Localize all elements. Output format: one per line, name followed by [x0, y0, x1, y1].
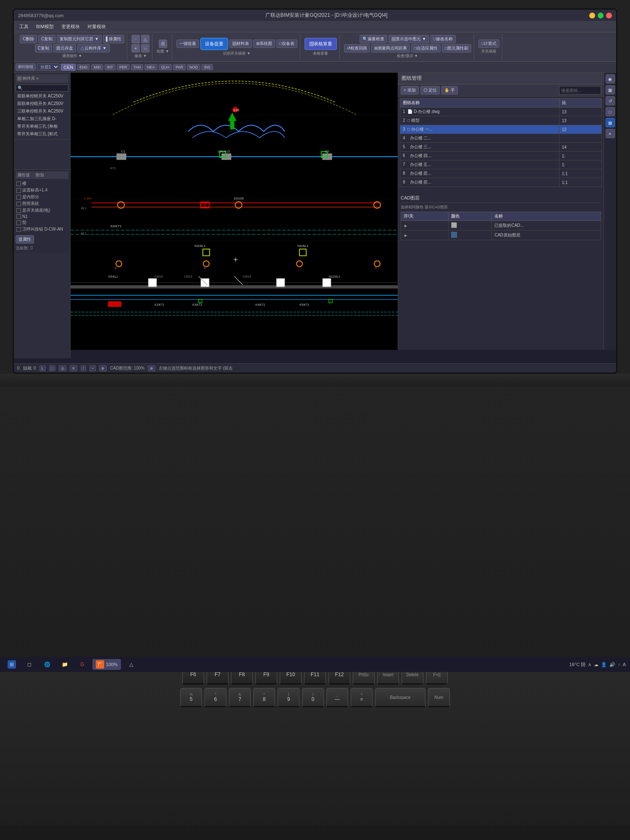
snap-btn-2[interactable]: MID	[91, 64, 103, 70]
taskbar-edge[interactable]: 🌐	[39, 659, 55, 670]
status-btn-wave[interactable]: ~	[89, 365, 96, 371]
vtb-btn-2[interactable]: ▦	[606, 85, 615, 94]
vtb-btn-4[interactable]: □	[606, 107, 615, 116]
checkbox-internal[interactable]	[16, 195, 21, 200]
btn-one-key[interactable]: 一键提量	[176, 39, 199, 48]
btn-save-circle[interactable]: 圆元存盘	[53, 44, 76, 52]
snap-btn-7[interactable]: QUA	[159, 64, 172, 70]
maximize-button[interactable]	[598, 13, 604, 18]
menu-change[interactable]: 变更模块	[58, 23, 83, 31]
btn-table-calc[interactable]: ▦表格算量	[304, 38, 337, 50]
rp-btn-hand[interactable]: ✋ 手	[441, 86, 458, 94]
status-btn-x[interactable]: ✕	[70, 365, 77, 371]
vtb-btn-1[interactable]: ◉	[606, 74, 615, 84]
snap-btn-9[interactable]: NOD	[187, 64, 200, 70]
menu-compare[interactable]: 对量模块	[84, 23, 109, 31]
cad-canvas[interactable]: 6.05 C1 1MC/KL5 C3 KT1	[71, 73, 400, 350]
sidebar-item-5[interactable]: 带开关单相三孔 [单相	[16, 123, 68, 130]
checkbox-height[interactable]	[16, 188, 21, 193]
btn-measure-dist[interactable]: ⊞测量两点间距离	[371, 44, 410, 52]
taskbar-caret[interactable]: ∧	[588, 662, 591, 667]
btn-leak-check[interactable]: 🔍漏量检查	[360, 35, 387, 43]
sidebar-item-2[interactable]: 双联单控暗开关 AC250V	[16, 100, 68, 108]
key-numlock[interactable]: Num	[428, 688, 450, 707]
layer-select[interactable]: 分层1	[37, 63, 60, 71]
key-8[interactable]: * 8	[253, 688, 275, 707]
icon-point[interactable]: ·	[131, 35, 140, 43]
snap-btn-8[interactable]: PAR	[173, 64, 186, 70]
layer-toggle[interactable]: ►	[401, 221, 449, 231]
btn-copy[interactable]: C复制	[38, 35, 55, 43]
menu-bim[interactable]: BIM模型	[33, 23, 57, 31]
table-row[interactable]: 6 办公楼 四... 1:	[400, 152, 602, 160]
table-row[interactable]: 5 办公楼 三... 14	[400, 143, 602, 152]
key-minus[interactable]: _ —	[326, 688, 348, 707]
status-btn-info[interactable]: ⊕	[148, 365, 155, 371]
layer-row[interactable]: ► 已提取的CAD...	[401, 221, 601, 231]
taskbar-other[interactable]: △	[123, 659, 139, 670]
rp-btn-locate[interactable]: ◎ 定位	[420, 86, 440, 94]
table-row[interactable]: 9 办公楼 层... 1:1	[400, 178, 602, 187]
icon-draw-point[interactable]: 点	[159, 39, 167, 48]
drawing-search-input[interactable]	[559, 86, 601, 94]
snap-btn-3[interactable]: INT	[105, 64, 116, 70]
checkbox-alarm[interactable]	[16, 227, 21, 232]
btn-modify-name[interactable]: □修改名称	[430, 35, 456, 43]
snap-btn-1[interactable]: END	[77, 64, 90, 70]
table-row-selected[interactable]: 3 □ 办公楼 一... 12	[400, 125, 602, 134]
layer-toggle[interactable]: ►	[401, 231, 449, 240]
status-btn-rect[interactable]: □	[49, 365, 55, 371]
snap-btn-ins[interactable]: INS	[202, 64, 213, 70]
layer-row[interactable]: ► CAD原始图层	[401, 231, 601, 240]
taskbar-search[interactable]: ◻	[22, 659, 37, 670]
key-9[interactable]: ( 9	[278, 688, 299, 707]
taskbar-files[interactable]: 📁	[57, 659, 72, 670]
close-button[interactable]	[606, 13, 612, 18]
menu-tool[interactable]: 工具	[16, 23, 32, 31]
checkbox-n1[interactable]	[16, 214, 21, 219]
btn-copy-layer[interactable]: 复制图元到其它层 ▼	[57, 35, 102, 43]
key-6[interactable]: ^ 6	[205, 688, 226, 707]
taskbar-chrome[interactable]: G	[75, 659, 90, 670]
sidebar-item-6[interactable]: 带开关单相三孔 [柜式	[16, 130, 68, 138]
table-row[interactable]: 1 📄 D-办公楼.dwg 13	[400, 108, 602, 116]
btn-get-props[interactable]: 提属性	[16, 235, 34, 244]
table-row[interactable]: 4 办公楼 二...	[400, 134, 602, 143]
status-btn-scale[interactable]: ⊕	[99, 365, 107, 371]
status-btn-circle[interactable]: ◎	[59, 365, 66, 371]
sidebar-item-4[interactable]: 单相二加三孔插座 D-	[16, 115, 68, 123]
snap-btn-5[interactable]: TAN	[131, 64, 143, 70]
key-equals[interactable]: + =	[351, 688, 373, 707]
snap-btn-4[interactable]: PER	[117, 64, 130, 70]
btn-material-table[interactable]: ▦材料表	[229, 39, 252, 48]
btn-elem-prop[interactable]: □图元属性刷	[442, 44, 471, 52]
btn-auto-adapt[interactable]: □自适应属性	[411, 44, 441, 52]
vtb-btn-3[interactable]: ↺	[606, 96, 615, 105]
checkbox-lighting[interactable]	[16, 202, 21, 206]
btn-c-copy[interactable]: C复制	[35, 44, 52, 52]
icon-circle[interactable]: ○	[141, 44, 150, 52]
taskbar-volume[interactable]: 🔊	[609, 662, 615, 667]
checkbox-type[interactable]	[16, 220, 21, 225]
sidebar-search-input[interactable]	[16, 84, 68, 92]
table-row[interactable]: 7 办公楼 五... 1:	[400, 160, 602, 169]
key-5[interactable]: % 5	[180, 688, 202, 707]
btn-check-loop[interactable]: ↺检查回路	[344, 44, 370, 52]
btn-device-table[interactable]: □设备表	[276, 39, 297, 48]
vtb-btn-5[interactable]: ▦	[606, 118, 615, 127]
rp-btn-add[interactable]: + 添加	[401, 86, 419, 94]
checkbox-floor[interactable]	[16, 181, 21, 186]
icon-triangle[interactable]: △	[141, 35, 150, 43]
key-backspace[interactable]: Backspace	[375, 688, 425, 707]
btn-cloud[interactable]: △云构件库 ▼	[77, 44, 110, 52]
status-btn-slash[interactable]: /	[81, 365, 86, 371]
table-row[interactable]: 2 □ 模型 13	[400, 116, 602, 125]
sidebar-item-1[interactable]: 双联单控暗开关 AC250V	[16, 92, 68, 100]
btn-switch-socket[interactable]: □计算式	[478, 39, 499, 48]
vtb-btn-6[interactable]: ≡	[606, 129, 615, 138]
status-btn-l[interactable]: L	[39, 365, 46, 371]
btn-system-diagram[interactable]: ⊞系统图	[253, 39, 275, 48]
minimize-button[interactable]	[589, 13, 595, 18]
sidebar-item-3[interactable]: 三联单控暗开关 AC250V	[16, 108, 68, 115]
btn-delete[interactable]: C删除	[20, 35, 37, 43]
